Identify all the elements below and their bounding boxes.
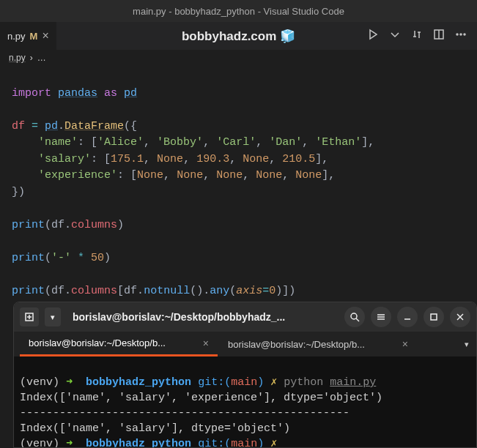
svg-point-3 — [460, 34, 462, 35]
terminal-tab[interactable]: borislav@borislav:~/Desktop/b... × — [219, 332, 417, 356]
svg-point-8 — [351, 313, 357, 319]
terminal-tab-label: borislav@borislav:~/Desktop/b... — [29, 337, 197, 348]
code-editor[interactable]: import pandas as pd df = pd.DataFrame({ … — [0, 66, 477, 302]
minimize-button[interactable] — [397, 307, 418, 327]
terminal-window: ▾ borislav@borislav:~/Desktop/bobbyhadz_… — [13, 302, 477, 448]
terminal-output[interactable]: (venv) ➜ bobbyhadz_python git:(main) ✗ p… — [14, 356, 476, 448]
terminal-title: borislav@borislav:~/Desktop/bobbyhadz_..… — [67, 311, 339, 323]
breadcrumb-file[interactable]: n.py — [9, 53, 26, 63]
svg-line-9 — [356, 318, 359, 321]
close-icon[interactable]: × — [42, 29, 48, 42]
close-icon[interactable]: × — [203, 337, 209, 349]
window-title: main.py - bobbyhadz_python - Visual Stud… — [133, 6, 344, 17]
svg-point-2 — [456, 34, 458, 35]
new-tab-button[interactable] — [20, 307, 39, 326]
cube-icon: 🧊 — [280, 29, 295, 43]
terminal-titlebar: ▾ borislav@borislav:~/Desktop/bobbyhadz_… — [14, 302, 476, 332]
terminal-tab-label: borislav@borislav:~/Desktop/b... — [228, 339, 396, 350]
close-icon[interactable]: × — [402, 338, 408, 350]
chevron-right-icon: › — [30, 53, 33, 63]
compare-icon[interactable] — [411, 29, 423, 43]
editor-tab-bar: n.py M × bobbyhadz.com 🧊 — [0, 22, 477, 50]
tab-filename: n.py — [7, 31, 26, 42]
svg-point-4 — [464, 34, 465, 35]
close-button[interactable] — [450, 307, 470, 327]
tab-dropdown-button[interactable]: ▾ — [45, 307, 61, 326]
split-editor-icon[interactable] — [433, 29, 445, 43]
terminal-tab[interactable]: borislav@borislav:~/Desktop/b... × — [20, 332, 218, 356]
run-icon[interactable] — [367, 29, 379, 43]
breadcrumb[interactable]: n.py › … — [0, 50, 477, 66]
more-icon[interactable] — [455, 29, 467, 43]
menu-button[interactable] — [371, 307, 391, 327]
svg-rect-14 — [431, 314, 437, 320]
terminal-tab-bar: borislav@borislav:~/Desktop/b... × boris… — [14, 332, 476, 356]
chevron-down-icon[interactable] — [389, 29, 401, 43]
window-title-bar: main.py - bobbyhadz_python - Visual Stud… — [0, 0, 477, 22]
tab-modified-marker: M — [30, 31, 38, 42]
breadcrumb-more[interactable]: … — [37, 53, 46, 63]
maximize-button[interactable] — [424, 307, 444, 327]
search-button[interactable] — [344, 307, 365, 327]
tabs-overflow-button[interactable]: ▾ — [457, 332, 476, 356]
watermark-label: bobbyhadz.com 🧊 — [182, 29, 295, 44]
editor-tab[interactable]: n.py M × — [0, 22, 56, 50]
